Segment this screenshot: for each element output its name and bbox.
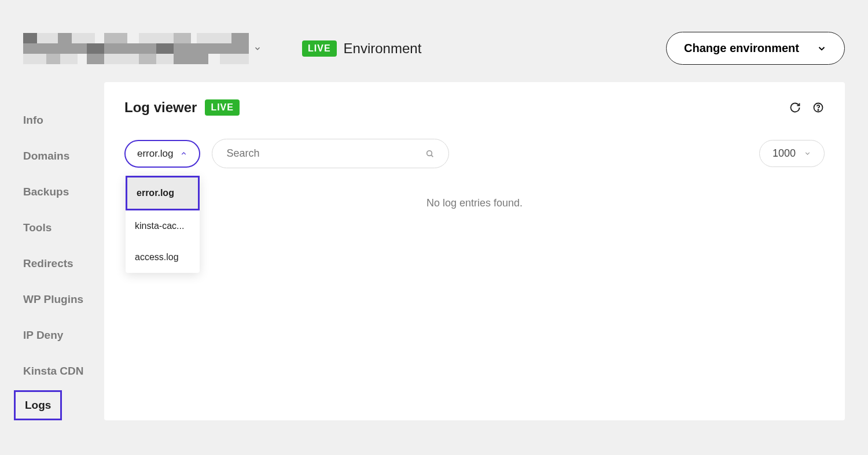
row-limit-select[interactable]: 1000 xyxy=(759,140,825,167)
search-box[interactable] xyxy=(212,139,449,168)
site-name-redacted xyxy=(23,33,249,64)
controls-row: error.log error.log kinsta-cac... access… xyxy=(124,139,825,168)
svg-point-1 xyxy=(818,110,818,110)
live-badge: LIVE xyxy=(302,40,337,57)
search-icon xyxy=(425,149,435,158)
sidebar-item-ip-deny[interactable]: IP Deny xyxy=(23,323,104,359)
change-environment-button[interactable]: Change environment xyxy=(666,32,845,65)
dropdown-option-access-log[interactable]: access.log xyxy=(126,242,200,273)
svg-point-2 xyxy=(427,150,432,156)
panel-header: Log viewer LIVE xyxy=(124,99,825,116)
search-input[interactable] xyxy=(226,147,425,160)
help-button[interactable] xyxy=(812,101,825,114)
panel-title: Log viewer xyxy=(124,99,197,116)
panel-title-group: Log viewer LIVE xyxy=(124,99,240,116)
environment-indicator: LIVE Environment xyxy=(302,40,421,57)
log-file-dropdown: error.log kinsta-cac... access.log xyxy=(126,176,200,273)
site-selector[interactable] xyxy=(23,33,262,64)
log-file-select[interactable]: error.log error.log kinsta-cac... access… xyxy=(124,140,200,168)
sidebar-item-kinsta-cdn[interactable]: Kinsta CDN xyxy=(23,359,104,395)
controls-left: error.log error.log kinsta-cac... access… xyxy=(124,139,449,168)
empty-state-message: No log entries found. xyxy=(124,197,825,209)
panel-actions xyxy=(789,101,825,114)
sidebar-item-tools[interactable]: Tools xyxy=(23,216,104,251)
page-header: LIVE Environment Change environment xyxy=(0,0,868,82)
log-select-value: error.log xyxy=(137,148,173,160)
environment-label: Environment xyxy=(344,40,422,57)
sidebar-item-logs[interactable]: Logs xyxy=(14,390,62,420)
svg-line-3 xyxy=(432,155,433,157)
main-layout: Info Domains Backups Tools Redirects WP … xyxy=(0,82,868,420)
chevron-down-icon xyxy=(804,150,811,157)
dropdown-option-error-log[interactable]: error.log xyxy=(126,176,200,210)
header-left: LIVE Environment xyxy=(23,33,421,64)
chevron-down-icon xyxy=(253,45,262,53)
sidebar-item-domains[interactable]: Domains xyxy=(23,144,104,180)
refresh-button[interactable] xyxy=(789,101,801,114)
sidebar-item-wp-plugins[interactable]: WP Plugins xyxy=(23,287,104,323)
change-environment-label: Change environment xyxy=(684,42,799,55)
sidebar-item-info[interactable]: Info xyxy=(23,108,104,144)
sidebar-item-redirects[interactable]: Redirects xyxy=(23,251,104,287)
sidebar: Info Domains Backups Tools Redirects WP … xyxy=(23,82,104,420)
dropdown-option-kinsta-cache[interactable]: kinsta-cac... xyxy=(126,210,200,242)
chevron-up-icon xyxy=(180,150,187,157)
log-viewer-panel: Log viewer LIVE error.log xyxy=(104,82,845,420)
sidebar-item-backups[interactable]: Backups xyxy=(23,180,104,216)
limit-value: 1000 xyxy=(773,147,796,160)
chevron-down-icon xyxy=(816,43,827,54)
live-badge: LIVE xyxy=(205,99,240,116)
